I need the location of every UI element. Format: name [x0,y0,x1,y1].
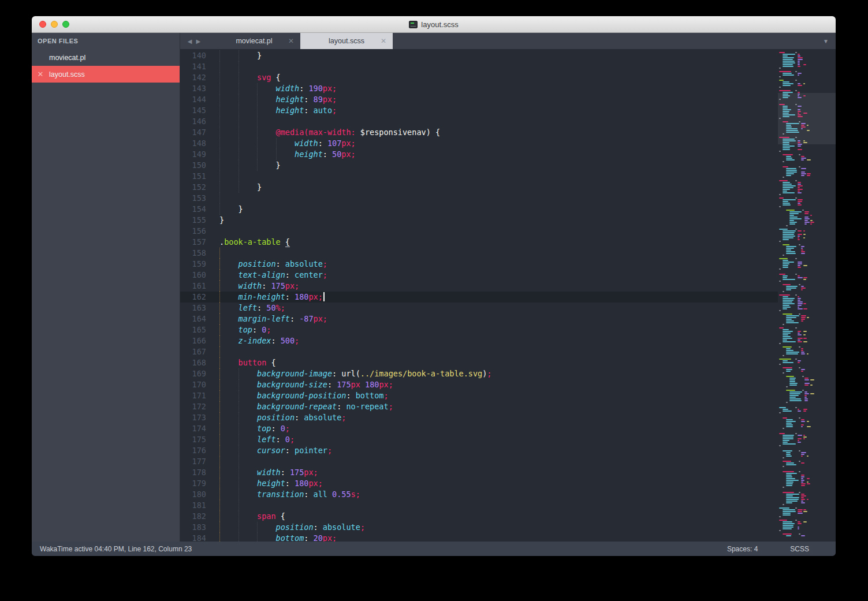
code-line-173[interactable]: 173 position: absolute; [180,412,836,423]
code-line-149[interactable]: 149 height: 50px; [180,149,836,160]
minimap-viewport[interactable] [778,93,836,144]
close-window-button[interactable] [39,21,46,28]
code-line-143[interactable]: 143 width: 190px; [180,83,836,94]
indent-guide [239,368,239,379]
window-title: layout.scss [409,20,458,29]
tab-nav-back-icon[interactable]: ◀ [188,38,192,44]
line-number: 184 [180,533,206,542]
code-line-154[interactable]: 154 } [180,204,836,215]
indent-setting[interactable]: Spaces: 4 [711,545,774,553]
code-line-175[interactable]: 175 left: 0; [180,434,836,445]
code-line-151[interactable]: 151 [180,171,836,182]
syntax-setting[interactable]: SCSS [774,545,836,553]
code-line-163[interactable]: 163 left: 50%; [180,303,836,313]
indent-guide [219,171,220,182]
indent-guide [219,511,220,522]
code-line-152[interactable]: 152 } [180,182,836,193]
indent-guide [239,445,239,456]
code-line-159[interactable]: 159 position: absolute; [180,259,836,270]
document-icon [409,21,418,28]
line-number: 178 [180,467,206,478]
line-number: 160 [180,270,206,281]
code-line-162[interactable]: 162 min-height: 180px; [180,292,836,303]
tab-close-icon[interactable]: ✕ [288,37,294,45]
code-line-164[interactable]: 164 margin-left: -87px; [180,313,836,324]
code-line-177[interactable]: 177 [180,456,836,467]
sidebar-item-layout[interactable]: ✕ layout.scss [32,66,180,83]
tab-close-icon[interactable]: ✕ [381,37,386,45]
code-line-168[interactable]: 168 button { [180,357,836,368]
code-line-176[interactable]: 176 cursor: pointer; [180,445,836,456]
line-number: 181 [180,500,206,511]
tab-layout[interactable]: layout.scss ✕ [300,33,393,49]
line-number: 182 [180,511,206,522]
code-line-166[interactable]: 166 z-index: 500; [180,335,836,346]
indent-guide [219,83,220,94]
sidebar: OPEN FILES moviecat.pl ✕ layout.scss [32,33,180,542]
code-line-181[interactable]: 181 [180,500,836,511]
line-number: 157 [180,237,206,248]
code-line-165[interactable]: 165 top: 0; [180,324,836,335]
code-line-184[interactable]: 184 bottom: 20px; [180,533,836,542]
code-line-161[interactable]: 161 width: 175px; [180,281,836,292]
indent-guide [239,467,239,478]
code-line-141[interactable]: 141 [180,61,836,72]
code-line-178[interactable]: 178 width: 175px; [180,467,836,478]
code-line-144[interactable]: 144 height: 89px; [180,94,836,105]
indent-guide [219,160,220,171]
line-number: 177 [180,456,206,467]
tab-overflow-icon[interactable]: ▼ [823,33,829,49]
code-line-157[interactable]: 157.book-a-table { [180,237,836,248]
code-line-147[interactable]: 147 @media(max-width: $responsivenav) { [180,127,836,138]
code-line-174[interactable]: 174 top: 0; [180,423,836,434]
indent-guide [219,105,220,116]
indent-guide [239,511,239,522]
code-line-182[interactable]: 182 span { [180,511,836,522]
code-line-171[interactable]: 171 background-position: bottom; [180,390,836,401]
indent-guide [257,160,258,171]
code-line-156[interactable]: 156 [180,226,836,237]
code-line-150[interactable]: 150 } [180,160,836,171]
minimap[interactable] [778,49,836,542]
code-line-167[interactable]: 167 [180,346,836,357]
close-icon[interactable]: ✕ [32,70,49,79]
indent-guide [219,313,220,324]
sidebar-item-moviecat[interactable]: moviecat.pl [32,49,180,66]
indent-guide [239,105,239,116]
code-line-142[interactable]: 142 svg { [180,72,836,83]
app-window: layout.scss OPEN FILES moviecat.pl ✕ lay… [32,16,836,556]
code-line-140[interactable]: 140 } [180,50,836,61]
code-line-155[interactable]: 155} [180,215,836,226]
indent-guide [219,467,220,478]
tab-moviecat[interactable]: moviecat.pl ✕ [208,33,300,49]
code-line-148[interactable]: 148 width: 107px; [180,138,836,149]
code-line-180[interactable]: 180 transition: all 0.55s; [180,489,836,500]
code-line-146[interactable]: 146 [180,116,836,127]
indent-guide [239,522,239,533]
code-line-172[interactable]: 172 background-repeat: no-repeat; [180,401,836,412]
code-area[interactable]: 140 }141142 svg {143 width: 190px;144 he… [180,49,836,542]
title-bar[interactable]: layout.scss [32,16,836,33]
code-line-170[interactable]: 170 background-size: 175px 180px; [180,379,836,390]
indent-guide [219,522,220,533]
code-line-160[interactable]: 160 text-align: center; [180,270,836,281]
zoom-window-button[interactable] [62,21,69,28]
line-number: 148 [180,138,206,149]
code-line-169[interactable]: 169 background-image: url(../images/book… [180,368,836,379]
code-line-145[interactable]: 145 height: auto; [180,105,836,116]
code-line-158[interactable]: 158 [180,248,836,259]
indent-guide [239,94,239,105]
indent-guide [219,204,220,215]
code-line-179[interactable]: 179 height: 180px; [180,478,836,489]
indent-guide [239,412,239,423]
tab-nav-forward-icon[interactable]: ▶ [196,38,201,44]
indent-guide [219,116,220,127]
indent-guide [219,138,220,149]
code-editor[interactable]: 140 }141142 svg {143 width: 190px;144 he… [180,49,836,542]
indent-guide [219,390,220,401]
indent-guide [257,83,258,94]
code-line-183[interactable]: 183 position: absolute; [180,522,836,533]
code-line-153[interactable]: 153 [180,193,836,204]
minimize-window-button[interactable] [51,21,58,28]
indent-guide [219,379,220,390]
